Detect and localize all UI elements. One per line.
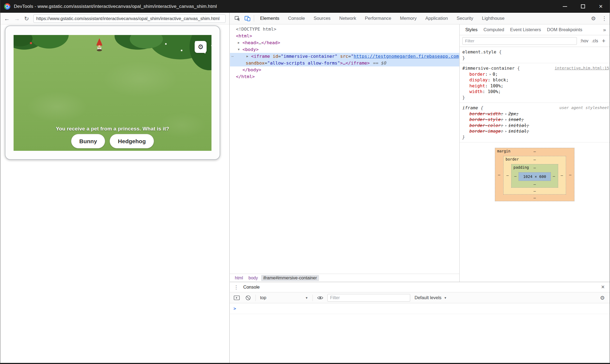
property-name: border-image <box>469 129 501 134</box>
tab-dom-breakpoints[interactable]: DOM Breakpoints <box>544 27 585 32</box>
tab-network[interactable]: Network <box>335 13 361 24</box>
clear-console-button[interactable] <box>244 295 252 301</box>
game-settings-button[interactable]: ⚙ <box>195 41 207 53</box>
close-button[interactable]: ✕ <box>592 0 610 13</box>
margin-left-value: – <box>498 173 500 177</box>
colon: : <box>501 111 504 116</box>
styles-filter-row: :hov .cls + <box>460 35 610 47</box>
gear-icon: ⚙ <box>591 15 596 22</box>
live-expression-button[interactable] <box>316 296 324 300</box>
body-open-node[interactable]: ▼<body> <box>230 46 459 53</box>
close-icon: ✕ <box>599 4 603 9</box>
head-node[interactable]: ▶<head>…</head> <box>230 39 459 46</box>
collapse-arrow-icon[interactable]: ▼ <box>238 46 242 53</box>
screencast-viewport[interactable]: ⚙ You receive a pet from a princess. Wha… <box>0 24 229 363</box>
breadcrumb-iframe[interactable]: iframe#immersive-container <box>261 275 319 281</box>
gear-icon: ⚙ <box>600 295 605 301</box>
console-filter-input[interactable] <box>327 294 410 302</box>
shorthand-expand-icon[interactable]: ▶ <box>489 71 491 77</box>
immersive-container-rule[interactable]: interactive…him.html:15 #immersive-conta… <box>460 63 610 103</box>
iframe-src-link[interactable]: https://testgnomegarden.firebaseapp.com <box>354 54 459 59</box>
tab-performance[interactable]: Performance <box>361 13 396 24</box>
property-value: inset <box>508 117 521 122</box>
css-property-width[interactable]: width: 100%; <box>462 89 609 95</box>
colon: : <box>485 72 488 77</box>
property-name: width <box>469 89 482 94</box>
iframe-node-line-2[interactable]: sandbox="allow-scripts allow-forms">…</i… <box>230 60 459 66</box>
new-style-rule-button[interactable]: + <box>601 37 607 44</box>
css-property-border-style[interactable]: border-style:▶inset; <box>462 117 609 123</box>
drawer-tab-console[interactable]: Console <box>240 285 263 290</box>
settings-button[interactable]: ⚙ <box>588 13 599 24</box>
shorthand-expand-icon[interactable]: ▶ <box>505 111 507 117</box>
iframe-node-line-1[interactable]: ▶<iframeid="immersive-container"src="htt… <box>230 53 459 60</box>
shorthand-expand-icon[interactable]: ▶ <box>505 117 507 123</box>
close-drawer-button[interactable]: ✕ <box>599 284 607 290</box>
flower-dot <box>30 42 32 44</box>
css-property-border[interactable]: border:▶0; <box>462 71 609 77</box>
expand-arrow-icon[interactable]: ▶ <box>238 39 242 46</box>
inspect-element-button[interactable] <box>233 13 242 24</box>
log-levels-selector[interactable]: Default levels▼ <box>413 295 448 300</box>
rule-selector: iframe <box>462 105 478 110</box>
tab-security[interactable]: Security <box>452 13 478 24</box>
tab-overflow-chevron-icon[interactable]: » <box>603 27 607 33</box>
open-brace: { <box>481 105 483 110</box>
more-options-button[interactable]: ⋮ <box>599 13 610 24</box>
shorthand-expand-icon[interactable]: ▶ <box>505 123 507 129</box>
toolbar-right-actions: ⚙ ⋮ <box>588 13 610 24</box>
semicolon: ; <box>521 117 524 122</box>
css-property-display[interactable]: display: block; <box>462 77 609 83</box>
bunny-button[interactable]: Bunny <box>71 134 105 148</box>
maximize-button[interactable] <box>574 0 592 13</box>
console-prompt[interactable]: > <box>230 303 610 314</box>
drawer-menu-button[interactable]: ⋮ <box>233 284 240 290</box>
chevron-down-icon: ▼ <box>444 296 447 299</box>
property-value: 100% <box>488 89 498 94</box>
tab-styles[interactable]: Styles <box>462 27 481 32</box>
html-open-node[interactable]: <html> <box>230 33 459 39</box>
tab-computed[interactable]: Computed <box>481 27 507 32</box>
tab-elements[interactable]: Elements <box>256 13 284 24</box>
body-close-node[interactable]: </body> <box>230 66 459 73</box>
toggle-class-button[interactable]: .cls <box>592 39 598 43</box>
html-close-node[interactable]: </html> <box>230 73 459 80</box>
tab-sources[interactable]: Sources <box>309 13 335 24</box>
element-style-section[interactable]: element.style { } <box>460 47 610 63</box>
doctype-node[interactable]: <!DOCTYPE html> <box>230 26 459 33</box>
hedgehog-button[interactable]: Hedgehog <box>110 134 154 148</box>
node-more-actions[interactable]: ⋯ <box>231 53 234 60</box>
console-settings-button[interactable]: ⚙ <box>598 295 607 301</box>
property-name: display <box>469 77 488 82</box>
gnome-illustration <box>95 38 104 52</box>
tab-lighthouse[interactable]: Lighthouse <box>478 13 509 24</box>
selected-iframe-node[interactable]: ⋯ ▶<iframeid="immersive-container"src="h… <box>230 53 459 66</box>
device-toolbar-button[interactable] <box>242 13 252 24</box>
expand-arrow-icon[interactable]: ▶ <box>246 53 251 60</box>
breadcrumb-html[interactable]: html <box>233 275 245 281</box>
minimize-button[interactable] <box>556 0 574 13</box>
tab-event-listeners[interactable]: Event Listeners <box>507 27 544 32</box>
tab-console[interactable]: Console <box>284 13 309 24</box>
execution-context-selector[interactable]: top▼ <box>259 295 309 300</box>
reload-button[interactable]: ↻ <box>24 16 29 21</box>
open-quote: " <box>351 54 354 59</box>
stylesheet-source-link[interactable]: interactive…him.html:15 <box>555 65 609 71</box>
toggle-hover-state-button[interactable]: :hov <box>580 39 588 43</box>
tab-memory[interactable]: Memory <box>396 13 421 24</box>
css-property-height[interactable]: height: 100%; <box>462 83 609 89</box>
css-property-border-width[interactable]: border-width:▶2px; <box>462 111 609 117</box>
console-sidebar-button[interactable] <box>233 295 241 300</box>
tab-application[interactable]: Application <box>421 13 452 24</box>
forward-button[interactable]: → <box>14 16 20 21</box>
styles-filter-input[interactable] <box>462 37 577 45</box>
back-button[interactable]: ← <box>4 16 10 21</box>
shorthand-expand-icon[interactable]: ▶ <box>505 128 507 134</box>
console-drawer: ⋮ Console ✕ top▼ <box>230 282 610 363</box>
breadcrumb-body[interactable]: body <box>246 275 260 281</box>
padding-top-value: – <box>511 165 558 170</box>
url-input[interactable] <box>33 14 226 23</box>
iframe-user-agent-rule[interactable]: user agent stylesheet iframe { border-wi… <box>460 103 610 142</box>
css-property-border-color[interactable]: border-color:▶initial; <box>462 123 609 129</box>
css-property-border-image[interactable]: border-image:▶initial; <box>462 128 609 134</box>
